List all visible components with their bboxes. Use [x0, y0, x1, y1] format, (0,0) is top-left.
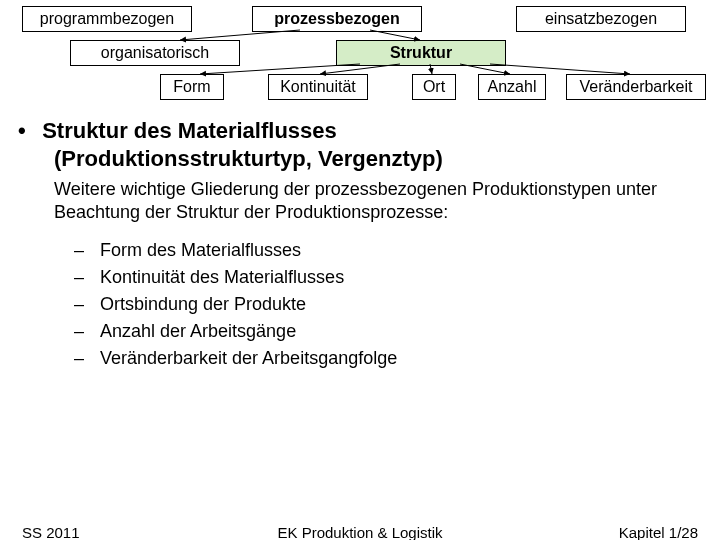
bullet-list: Form des Materialflusses Kontinuität des…: [74, 237, 702, 372]
svg-line-6: [490, 64, 630, 74]
box-struktur: Struktur: [336, 40, 506, 66]
box-ort: Ort: [412, 74, 456, 100]
intro-paragraph: Weitere wichtige Gliederung der prozessb…: [54, 178, 702, 223]
box-anzahl: Anzahl: [478, 74, 546, 100]
content: • Struktur des Materialflusses (Produkti…: [0, 118, 720, 372]
box-veraenderbark: Veränderbarkeit: [566, 74, 706, 100]
box-prozessbezogen: prozessbezogen: [252, 6, 422, 32]
heading-line1: Struktur des Materialflusses: [42, 118, 337, 143]
box-organisatorisch: organisatorisch: [70, 40, 240, 66]
footer-right: Kapitel 1/28: [619, 524, 698, 540]
list-item: Anzahl der Arbeitsgänge: [74, 318, 702, 345]
diagram: programmbezogen prozessbezogen einsatzbe…: [0, 0, 720, 110]
list-item: Veränderbarkeit der Arbeitsgangfolge: [74, 345, 702, 372]
box-programmbezogen: programmbezogen: [22, 6, 192, 32]
heading: • Struktur des Materialflusses: [18, 118, 702, 144]
heading-line2: (Produktionsstrukturtyp, Vergenztyp): [54, 146, 702, 172]
box-form: Form: [160, 74, 224, 100]
list-item: Kontinuität des Materialflusses: [74, 264, 702, 291]
bullet-icon: •: [18, 118, 36, 144]
box-kontinuitaet: Kontinuität: [268, 74, 368, 100]
box-einsatzbezogen: einsatzbezogen: [516, 6, 686, 32]
list-item: Form des Materialflusses: [74, 237, 702, 264]
list-item: Ortsbindung der Produkte: [74, 291, 702, 318]
footer-center: EK Produktion & Logistik: [0, 524, 720, 540]
